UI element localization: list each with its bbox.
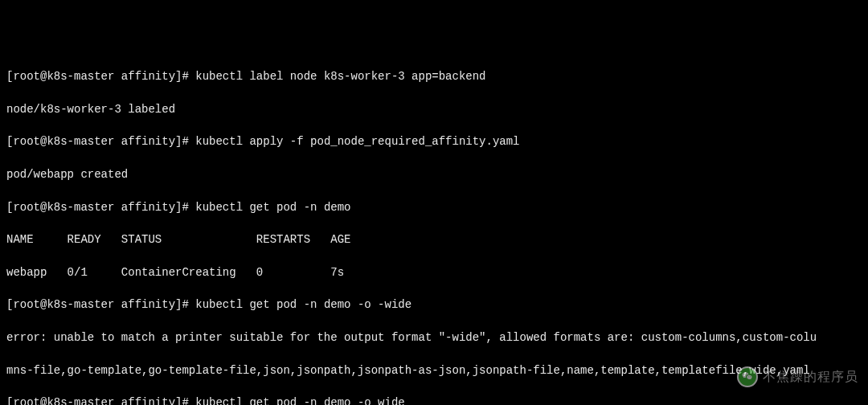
terminal-output: node/k8s-worker-3 labeled — [6, 101, 862, 117]
error-output: mns-file,go-template,go-template-file,js… — [6, 362, 862, 378]
table-header: NAME READY STATUS RESTARTS AGE — [6, 231, 862, 248]
prompt: [root@k8s-master affinity]# — [6, 70, 195, 83]
table-row: webapp 0/1 ContainerCreating 0 7s — [6, 264, 862, 280]
terminal-line: [root@k8s-master affinity]# kubectl get … — [6, 395, 862, 405]
error-output: error: unable to match a printer suitabl… — [6, 329, 862, 346]
command-text: kubectl apply -f pod_node_required_affin… — [195, 135, 519, 148]
prompt: [root@k8s-master affinity]# — [6, 298, 195, 311]
terminal-output: pod/webapp created — [6, 166, 862, 182]
prompt: [root@k8s-master affinity]# — [6, 135, 195, 148]
terminal-line: [root@k8s-master affinity]# kubectl labe… — [6, 68, 862, 84]
terminal-line: [root@k8s-master affinity]# kubectl get … — [6, 199, 862, 215]
prompt: [root@k8s-master affinity]# — [6, 396, 195, 405]
command-text: kubectl get pod -n demo -o wide — [195, 396, 404, 405]
command-text: kubectl get pod -n demo -o -wide — [195, 298, 411, 311]
terminal-line: [root@k8s-master affinity]# kubectl appl… — [6, 133, 862, 149]
command-text: kubectl label node k8s-worker-3 app=back… — [195, 70, 485, 83]
prompt: [root@k8s-master affinity]# — [6, 201, 195, 214]
command-text: kubectl get pod -n demo — [195, 201, 350, 214]
terminal-line: [root@k8s-master affinity]# kubectl get … — [6, 297, 862, 313]
